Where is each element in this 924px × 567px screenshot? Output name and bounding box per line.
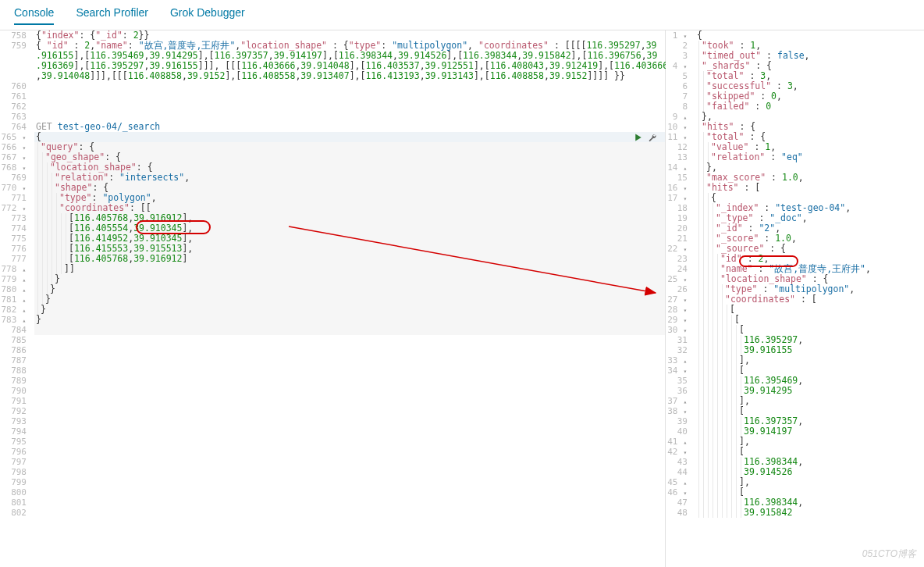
tab-grok-debugger[interactable]: Grok Debugger xyxy=(170,6,245,25)
request-editor[interactable]: {"index": {"_id": 2}}{ "id" : 2,"name": … xyxy=(36,30,665,518)
wrench-icon[interactable] xyxy=(648,133,657,144)
response-viewer[interactable]: {"took" : 1,"timed_out" : false,"_shards… xyxy=(697,30,924,518)
watermark: 051CTO博客 xyxy=(862,547,916,561)
request-pane[interactable]: 758759760761762763764765 ▾766 ▾767 ▾768 … xyxy=(0,30,666,567)
tab-console[interactable]: Console xyxy=(14,6,54,25)
response-gutter: 1 ▾234 ▾56789 ▴10 ▾11 ▾121314 ▴1516 ▾17 … xyxy=(666,30,695,518)
response-pane[interactable]: 1 ▾234 ▾56789 ▴10 ▾11 ▾121314 ▴1516 ▾17 … xyxy=(666,30,924,567)
tabs-bar: Console Search Profiler Grok Debugger xyxy=(0,0,924,30)
tab-search-profiler[interactable]: Search Profiler xyxy=(76,6,148,25)
run-icon[interactable] xyxy=(634,133,643,144)
request-gutter: 758759760761762763764765 ▾766 ▾767 ▾768 … xyxy=(0,30,34,518)
